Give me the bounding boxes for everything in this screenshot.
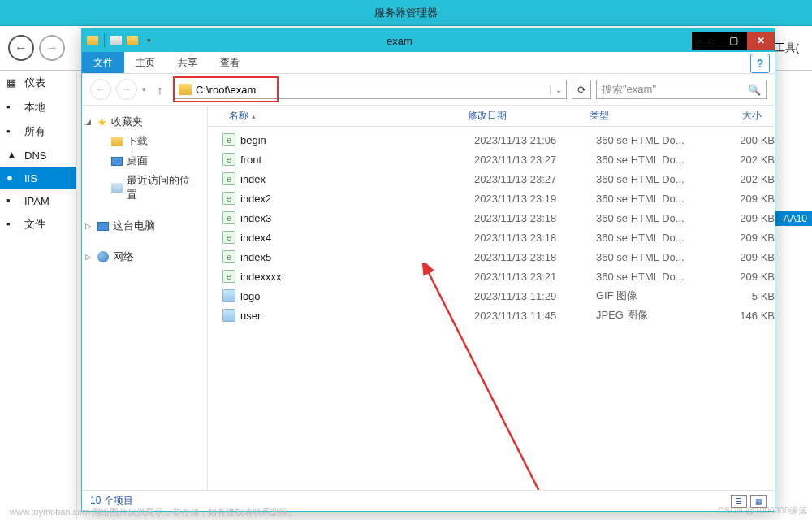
file-row[interactable]: eindex42023/11/13 23:18360 se HTML Do...… <box>208 228 775 247</box>
file-list: ebegin2023/11/13 21:06360 se HTML Do...2… <box>208 127 775 490</box>
address-bar[interactable]: ⌄ <box>174 80 567 99</box>
folder-icon <box>85 33 100 48</box>
file-date: 2023/11/13 23:18 <box>474 212 596 224</box>
window-controls: — ▢ ✕ <box>692 32 775 50</box>
file-name: begin <box>240 134 474 146</box>
file-date: 2023/11/13 23:21 <box>474 271 596 283</box>
file-type: 360 se HTML Do... <box>596 212 718 224</box>
explorer-window: ▾ exam — ▢ ✕ 文件 主页 共享 查看 ? ← → ▾ ↑ ⌄ ⟳ 搜… <box>81 28 775 512</box>
file-size: 209 KB <box>718 232 775 244</box>
file-type-icon: e <box>222 153 235 166</box>
forward-button[interactable]: → <box>39 35 65 61</box>
file-name: index3 <box>240 212 474 224</box>
file-size: 202 KB <box>718 173 775 185</box>
file-date: 2023/11/13 23:18 <box>474 232 596 244</box>
file-date: 2023/11/13 21:06 <box>474 134 596 146</box>
search-placeholder: 搜索"exam" <box>602 82 748 97</box>
file-row[interactable]: efront2023/11/13 23:27360 se HTML Do...2… <box>208 150 775 169</box>
tab-home[interactable]: 主页 <box>124 52 166 73</box>
file-type: JPEG 图像 <box>596 308 718 323</box>
nav-favorites[interactable]: ◢★收藏夹 <box>82 112 207 132</box>
address-bar-row: ← → ▾ ↑ ⌄ ⟳ 搜索"exam" 🔍 <box>82 74 775 105</box>
explorer-title: exam <box>107 35 692 47</box>
file-date: 2023/11/13 11:45 <box>474 310 596 322</box>
file-type-icon <box>222 309 235 322</box>
column-headers: 名称▴ 修改日期 类型 大小 <box>208 106 775 127</box>
file-type: 360 se HTML Do... <box>596 251 718 263</box>
file-date: 2023/11/13 23:18 <box>474 251 596 263</box>
ribbon: 文件 主页 共享 查看 ? <box>82 52 775 74</box>
file-row[interactable]: eindex52023/11/13 23:18360 se HTML Do...… <box>208 247 775 266</box>
sidebar-item-local[interactable]: ▪本地 <box>0 95 76 119</box>
address-input[interactable] <box>196 84 550 96</box>
file-name: indexxxx <box>240 271 474 283</box>
file-name: front <box>240 154 474 166</box>
file-row[interactable]: eindex2023/11/13 23:27360 se HTML Do...2… <box>208 169 775 188</box>
file-type: 360 se HTML Do... <box>596 154 718 166</box>
tab-share[interactable]: 共享 <box>166 52 209 73</box>
file-type: 360 se HTML Do... <box>596 173 718 185</box>
file-size: 209 KB <box>718 193 775 205</box>
nav-recent[interactable]: 最近访问的位置 <box>82 171 207 205</box>
nav-desktop[interactable]: 桌面 <box>82 151 207 171</box>
file-row[interactable]: eindex22023/11/13 23:19360 se HTML Do...… <box>208 188 775 208</box>
content-pane: 名称▴ 修改日期 类型 大小 ebegin2023/11/13 21:06360… <box>208 106 775 490</box>
file-date: 2023/11/13 11:29 <box>474 290 596 302</box>
sidebar-item-dashboard[interactable]: ▦仪表 <box>0 71 76 95</box>
file-date: 2023/11/13 23:27 <box>474 173 596 185</box>
file-size: 5 KB <box>718 290 775 302</box>
file-name: index <box>240 173 474 185</box>
file-type-icon: e <box>222 133 235 146</box>
navigation-pane: ◢★收藏夹 下载 桌面 最近访问的位置 ▷这台电脑 ▷网络 <box>82 106 208 490</box>
sidebar-item-files[interactable]: ▪文件 <box>0 212 76 236</box>
server-manager-title: 服务器管理器 <box>374 6 438 20</box>
file-name: index5 <box>240 251 474 263</box>
search-icon[interactable]: 🔍 <box>748 84 761 96</box>
minimize-button[interactable]: — <box>692 32 719 50</box>
file-type: GIF 图像 <box>596 288 718 303</box>
refresh-button[interactable]: ⟳ <box>572 80 591 99</box>
file-type: 360 se HTML Do... <box>596 134 718 146</box>
file-size: 200 KB <box>718 134 775 146</box>
tools-menu[interactable]: 工具( <box>775 41 804 55</box>
nav-up-button[interactable]: ↑ <box>151 80 169 98</box>
nav-forward-button[interactable]: → <box>116 79 137 100</box>
file-row[interactable]: ebegin2023/11/13 21:06360 se HTML Do...2… <box>208 130 775 150</box>
file-row[interactable]: logo2023/11/13 11:29GIF 图像5 KB <box>208 286 775 306</box>
file-row[interactable]: eindexxxx2023/11/13 23:21360 se HTML Do.… <box>208 266 775 286</box>
sidebar-item-dns[interactable]: ▲DNS <box>0 144 76 167</box>
col-header-name[interactable]: 名称▴ <box>222 109 461 123</box>
file-type-icon: e <box>222 250 235 263</box>
server-manager-sidebar: ▦仪表 ▪本地 ▪所有 ▲DNS ●IIS ▪IPAM ▪文件 <box>0 71 77 520</box>
col-header-size[interactable]: 大小 <box>705 109 762 123</box>
sidebar-item-ipam[interactable]: ▪IPAM <box>0 189 76 212</box>
tab-view[interactable]: 查看 <box>209 52 251 73</box>
nav-this-pc[interactable]: ▷这台电脑 <box>82 216 207 236</box>
col-header-date[interactable]: 修改日期 <box>461 109 583 123</box>
server-manager-titlebar: 服务器管理器 <box>0 0 812 26</box>
server-tag: -AA10 <box>775 211 812 226</box>
maximize-button[interactable]: ▢ <box>719 32 747 50</box>
nav-downloads[interactable]: 下载 <box>82 132 207 151</box>
explorer-titlebar[interactable]: ▾ exam — ▢ ✕ <box>82 29 775 52</box>
close-button[interactable]: ✕ <box>747 32 775 50</box>
nav-back-button[interactable]: ← <box>90 79 111 100</box>
nav-network[interactable]: ▷网络 <box>82 247 207 266</box>
address-dropdown-icon[interactable]: ⌄ <box>550 85 566 94</box>
col-header-type[interactable]: 类型 <box>583 109 705 123</box>
sidebar-item-all[interactable]: ▪所有 <box>0 119 76 144</box>
tab-file[interactable]: 文件 <box>82 52 124 73</box>
file-type-icon <box>222 289 235 302</box>
help-button[interactable]: ? <box>750 54 770 73</box>
file-row[interactable]: user2023/11/13 11:45JPEG 图像146 KB <box>208 306 775 325</box>
back-button[interactable]: ← <box>8 35 34 61</box>
file-type-icon: e <box>222 270 235 283</box>
nav-history-dropdown[interactable]: ▾ <box>142 85 146 93</box>
search-box[interactable]: 搜索"exam" 🔍 <box>596 80 767 99</box>
file-row[interactable]: eindex32023/11/13 23:18360 se HTML Do...… <box>208 208 775 228</box>
file-size: 146 KB <box>718 310 775 322</box>
sidebar-item-iis[interactable]: ●IIS <box>0 167 76 189</box>
explorer-body: ◢★收藏夹 下载 桌面 最近访问的位置 ▷这台电脑 ▷网络 名称▴ 修改日期 类… <box>82 105 775 490</box>
file-name: index2 <box>240 193 474 205</box>
file-name: index4 <box>240 232 474 244</box>
